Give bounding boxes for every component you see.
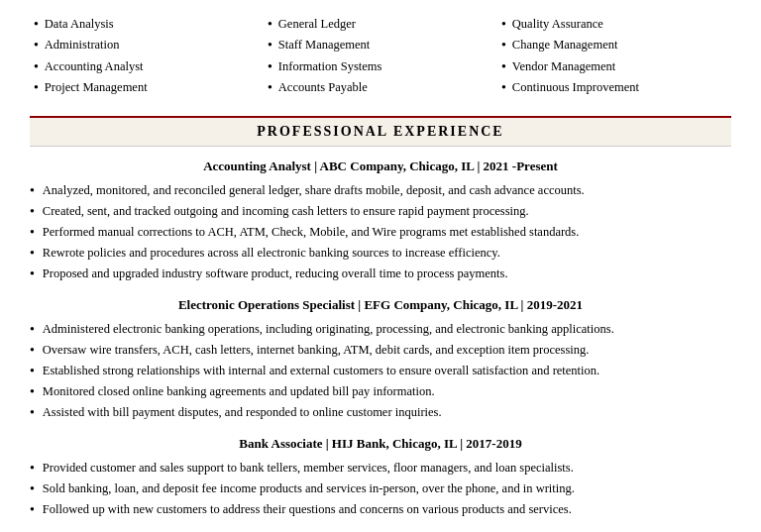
skill-item: Change Management [501,35,727,55]
bullet-item: Oversaw wire transfers, ACH, cash letter… [30,340,731,360]
section-title: Professional Experience [257,124,503,139]
job-entry-3: Bank Associate | HIJ Bank, Chicago, IL |… [30,436,731,519]
skill-item: Accounting Analyst [34,56,260,77]
job-title-1: Accounting Analyst | ABC Company, Chicag… [30,159,731,174]
bullet-item: Proposed and upgraded industry software … [30,264,731,283]
bullet-item: Performed manual corrections to ACH, ATM… [30,222,731,242]
skill-item: Quality Assurance [501,14,727,35]
bullet-item: Provided customer and sales support to b… [30,458,731,478]
skills-section: Data Analysis Administration Accounting … [30,10,731,98]
bullet-item: Created, sent, and tracked outgoing and … [30,201,731,221]
skills-column-3: Quality Assurance Change Management Vend… [497,14,731,98]
skill-item: Continuous Improvement [501,77,727,98]
bullet-item: Assisted with bill payment disputes, and… [30,402,731,422]
skill-item: Information Systems [268,56,493,77]
bullet-item: Analyzed, monitored, and reconciled gene… [30,180,731,200]
skill-item: Staff Management [268,35,493,55]
bullet-item: Monitored closed online banking agreemen… [30,381,731,401]
job-title-3: Bank Associate | HIJ Bank, Chicago, IL |… [30,436,731,452]
skill-item: Project Management [34,77,260,98]
bullet-item: Administered electronic banking operatio… [30,319,731,339]
skills-column-2: General Ledger Staff Management Informat… [264,14,497,98]
job-bullets-3: Provided customer and sales support to b… [30,458,731,519]
bullet-item: Rewrote policies and procedures across a… [30,243,731,263]
skill-item: Accounts Payable [268,77,493,98]
job-entry-2: Electronic Operations Specialist | EFG C… [30,297,731,422]
job-entry-1: Accounting Analyst | ABC Company, Chicag… [30,159,731,283]
bullet-item: Established strong relationships with in… [30,361,731,380]
bullet-item: Followed up with new customers to addres… [30,499,731,519]
job-bullets-1: Analyzed, monitored, and reconciled gene… [30,180,731,283]
skill-item: Data Analysis [34,14,260,35]
skill-item: Administration [34,35,260,55]
job-bullets-2: Administered electronic banking operatio… [30,319,731,422]
skills-column-1: Data Analysis Administration Accounting … [30,14,264,98]
professional-experience-header: Professional Experience [30,116,731,147]
skill-item: Vendor Management [501,56,727,77]
bullet-item: Sold banking, loan, and deposit fee inco… [30,479,731,498]
job-title-2: Electronic Operations Specialist | EFG C… [30,297,731,313]
skill-item: General Ledger [268,14,493,35]
